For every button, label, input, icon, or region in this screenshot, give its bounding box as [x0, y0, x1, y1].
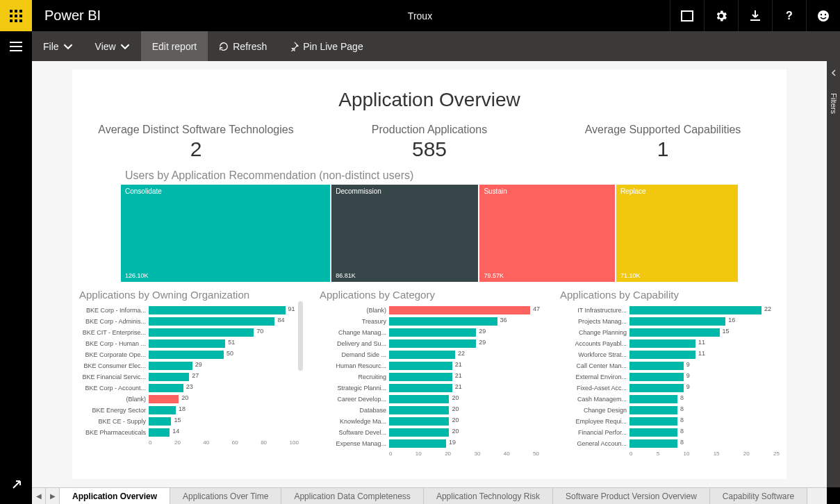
bar-chart[interactable]: Applications by CapabilityIT Infrastruct… [560, 289, 780, 457]
bar-item[interactable]: Human Resourc...21 [320, 360, 539, 371]
page-tab[interactable]: Capability Software [710, 488, 807, 504]
edit-report-button[interactable]: Edit report [141, 31, 208, 61]
bar-item[interactable]: Cash Managem...8 [560, 394, 780, 405]
bar-item[interactable]: BKE Corp - Account...23 [79, 383, 299, 394]
bar-item[interactable]: Delivery and Su...29 [320, 338, 539, 349]
bar-item[interactable]: BKE Consumer Elec...29 [79, 360, 299, 371]
bar-item[interactable]: Projects Manag...16 [560, 316, 780, 327]
treemap-visual[interactable]: Users by Application Recommendation (non… [121, 169, 738, 282]
bar-item[interactable]: Knowledge Ma...20 [320, 416, 539, 427]
bar-item[interactable]: (Blank)20 [79, 394, 299, 405]
pin-live-button[interactable]: Pin Live Page [278, 31, 374, 61]
bar-item[interactable]: External Environ...9 [560, 371, 780, 383]
page-tab[interactable]: Application Technology Risk [424, 488, 553, 504]
bar-fill [149, 317, 274, 326]
bar-category: Recruiting [320, 373, 389, 380]
svg-point-12 [821, 13, 822, 15]
bar-item[interactable]: Change Planning15 [560, 327, 780, 338]
bar-item[interactable]: Database20 [320, 405, 539, 416]
bar-track: 18 [149, 406, 299, 414]
treemap-cell[interactable]: Sustain79.57K [479, 185, 615, 282]
bar-item[interactable]: Workforce Strat...11 [560, 349, 780, 360]
filters-pane-collapsed[interactable]: Filters [827, 61, 840, 487]
page-tab[interactable]: Application Overview [60, 488, 170, 504]
feedback-button[interactable] [806, 0, 840, 31]
bar-item[interactable]: (Blank)47 [320, 305, 539, 316]
help-icon: ? [782, 9, 796, 23]
bar-category: BKE CE - Supply [79, 418, 149, 425]
bar-value: 18 [179, 405, 186, 412]
bar-chart[interactable]: Applications by Owning OrganizationBKE C… [79, 289, 299, 457]
svg-rect-0 [10, 10, 13, 12]
bar-track: 11 [629, 339, 780, 348]
bar-track: 15 [149, 417, 299, 426]
popout-button[interactable] [11, 479, 22, 493]
bar-item[interactable]: BKE Energy Sector18 [79, 405, 299, 416]
menu-bar: File View Edit report Refresh Pin Live P… [0, 31, 840, 61]
bar-item[interactable]: Fixed-Asset Acc...9 [560, 383, 780, 394]
bar-item[interactable]: Recruiting21 [320, 371, 539, 383]
workspace-name[interactable]: Troux [408, 10, 432, 22]
page-tab[interactable]: Application Data Completeness [281, 488, 423, 504]
refresh-button[interactable]: Refresh [208, 31, 278, 61]
help-button[interactable]: ? [772, 0, 806, 31]
bar-item[interactable]: Demand Side ...22 [320, 349, 539, 360]
bar-track: 27 [149, 373, 299, 381]
treemap-cell[interactable]: Replace71.10K [616, 185, 738, 282]
treemap-cell[interactable]: Decommission86.81K [331, 185, 478, 282]
bar-item[interactable]: BKE Corp - Human ...51 [79, 338, 299, 349]
bar-value: 8 [680, 394, 684, 401]
bar-item[interactable]: Change Design8 [560, 405, 780, 416]
download-button[interactable] [738, 0, 772, 31]
page-tab[interactable]: Applications Over Time [170, 488, 281, 504]
bar-item[interactable]: Treasury36 [320, 316, 539, 327]
bar-track: 50 [149, 351, 299, 359]
kpi-card[interactable]: Production Applications585 [313, 124, 546, 161]
bar-track: 22 [629, 306, 780, 314]
bar-item[interactable]: Call Center Man...9 [560, 360, 780, 371]
bar-fill [389, 317, 497, 326]
kpi-card[interactable]: Average Distinct Software Technologies2 [79, 124, 313, 161]
view-menu[interactable]: View [84, 31, 141, 61]
settings-button[interactable] [704, 0, 738, 31]
treemap-cell-value: 86.81K [336, 272, 356, 279]
bar-item[interactable]: BKE CE - Supply15 [79, 416, 299, 427]
page-tab[interactable]: Software Product Version Overview [553, 488, 710, 504]
bar-fill [389, 395, 449, 403]
bar-category: (Blank) [320, 307, 389, 314]
bar-item[interactable]: General Accoun...8 [560, 438, 780, 449]
bar-item[interactable]: Strategic Planni...21 [320, 383, 539, 394]
chart-scrollbar[interactable] [298, 301, 303, 371]
bar-item[interactable]: Software Devel...20 [320, 427, 539, 438]
file-menu[interactable]: File [32, 31, 84, 61]
bar-item[interactable]: BKE Financial Servic...27 [79, 371, 299, 383]
bar-item[interactable]: Expense Manag...19 [320, 438, 539, 449]
kpi-card[interactable]: Average Supported Capabilities1 [546, 124, 780, 161]
bar-item[interactable]: Employee Requi...8 [560, 416, 780, 427]
fullscreen-button[interactable] [670, 0, 704, 31]
bar-item[interactable]: BKE Pharmaceuticals14 [79, 427, 299, 438]
tab-next-button[interactable]: ▶ [46, 488, 60, 504]
bar-track: 14 [149, 428, 299, 437]
bar-value: 20 [452, 394, 459, 401]
bar-item[interactable]: Accounts Payabl...11 [560, 338, 780, 349]
bar-category: Accounts Payabl... [560, 340, 629, 347]
bar-track: 47 [389, 306, 539, 314]
bar-item[interactable]: Career Develop...20 [320, 394, 539, 405]
bar-item[interactable]: BKE Corp - Adminis...84 [79, 316, 299, 327]
bar-item[interactable]: Change Manag...29 [320, 327, 539, 338]
bar-item[interactable]: Financial Perfor...8 [560, 427, 780, 438]
bar-value: 8 [680, 405, 684, 412]
bar-value: 8 [680, 428, 684, 435]
bar-item[interactable]: BKE Corporate Ope...50 [79, 349, 299, 360]
bar-item[interactable]: BKE Corp - Informa...91 [79, 305, 299, 316]
nav-toggle-button[interactable] [0, 31, 32, 61]
bar-fill [389, 362, 452, 370]
bar-chart[interactable]: Applications by Category(Blank)47Treasur… [320, 289, 539, 457]
tab-prev-button[interactable]: ◀ [32, 488, 46, 504]
bar-item[interactable]: IT Infrastructure...22 [560, 305, 780, 316]
axis-tick: 0 [629, 451, 632, 457]
app-launcher-button[interactable] [0, 0, 32, 31]
treemap-cell[interactable]: Consolidate126.10K [121, 185, 330, 282]
bar-item[interactable]: BKE CIT - Enterprise...70 [79, 327, 299, 338]
